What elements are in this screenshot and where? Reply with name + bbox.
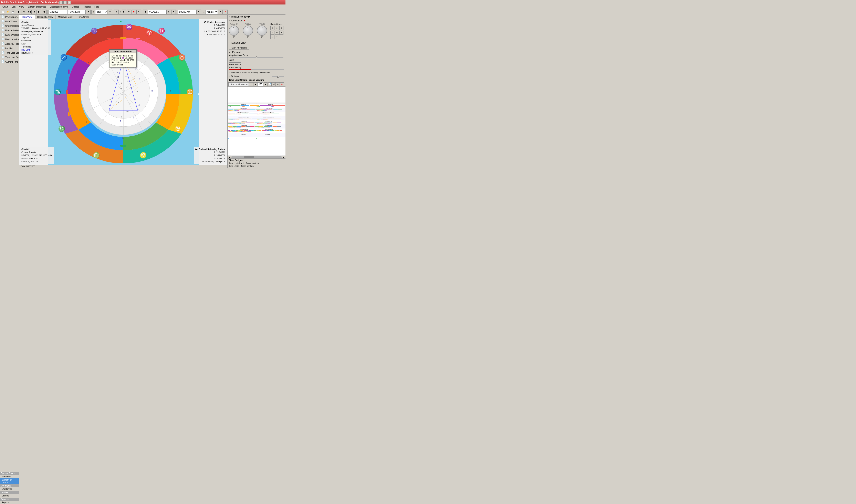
fastfwd-button[interactable]: ▶▶ [42,10,47,14]
nav-time-zone-btn[interactable]: ▾ [196,10,201,14]
options-header[interactable]: ▷ Options [228,74,285,78]
dynamic-view-button[interactable]: Dynamic View [229,41,248,45]
menu-system-of-hermes[interactable]: System of Hermes [26,5,48,8]
menu-reports[interactable]: Reports [82,5,93,8]
tilt-y-dial[interactable] [243,25,253,36]
scroll-track[interactable] [231,156,282,158]
titlebar: Delphic Oracle 9.0.0.5, registered to: C… [0,0,285,4]
tlg-btn3[interactable]: ⚙ [276,83,280,86]
tlg-dropdown-btn[interactable]: ▾ [249,83,253,86]
tlg-close-btn[interactable]: ✕ [280,83,284,86]
sidebar-item-label: Universal Hermetics... [5,25,19,27]
svg-text:♆: ♆ [132,116,135,119]
sv-btn-3[interactable]: ↺ [279,26,283,30]
sidebar-item-predomination[interactable]: 📄 Predomination Wiz... [0,28,19,33]
svg-text:Lunar Quarters: Lunar Quarters [266,108,273,109]
svg-rect-169 [236,130,238,131]
kurios-icon: 📄 [1,33,4,36]
hour-dropdown-btn[interactable]: ▾ [108,10,112,14]
tilt-z-dial[interactable] [257,25,267,36]
cd-item-tlg[interactable]: Time Lord Graph - Jesse Ventura [229,162,284,165]
new-chart-button[interactable]: 📄 [1,10,5,14]
sidebar-item-universal[interactable]: 📄 Universal Hermetics... [0,24,19,28]
time-lords-header[interactable]: ▷ Time Lords (temporal intensity modific… [228,71,285,74]
orientation-close[interactable]: ✕ [244,20,245,22]
maximize-button[interactable]: □ [64,1,67,4]
tab-medieval-view[interactable]: Medieval View [55,15,75,19]
tlg-chart[interactable]: ♈ ♈ Decennials Decennials ♀♂♃♄ ♈♉♊♋ [228,87,285,156]
sidebar-item-current-time-lords[interactable]: 📄 Current Time Lords... [0,59,19,64]
sv-btn-5[interactable]: ↻ [275,31,279,35]
forward-btn[interactable]: ▶ [37,10,41,14]
sidebar-item-nautical[interactable]: 📄 Nautical Wizard... [0,37,19,41]
forward-checkbox[interactable]: ✓ [229,51,231,53]
sidebar-item-time-lord-list[interactable]: 📄 Time Lord List... [0,51,19,55]
menu-utilities[interactable]: Utilities [70,5,81,8]
sv-btn-4[interactable]: ⊙ [270,31,274,35]
hour-unit-select[interactable]: hour minute day [95,10,107,14]
menu-view[interactable]: View [18,5,26,8]
svg-marker-191 [256,139,257,139]
minimize-button[interactable]: _ [59,1,63,4]
back-button[interactable]: ◀ [32,10,36,14]
clear-btn[interactable]: ✕ [223,10,228,14]
svg-text:♄: ♄ [108,104,110,107]
svg-rect-64 [174,70,176,74]
sv-btn-8[interactable]: ? [275,35,279,39]
orientation-label: Orientation [231,19,243,22]
tlg-btn1[interactable]: 📄 [268,83,272,86]
menu-chart[interactable]: Chart [1,5,10,8]
prev-chart-button[interactable]: ◀ [114,10,119,14]
cancel-btn[interactable]: ✕ [137,10,141,14]
menu-edit[interactable]: Edit [10,5,17,8]
menu-help[interactable]: Help [93,5,101,8]
sv-btn-7[interactable]: ↙ [270,35,274,39]
menu-classical-medieval[interactable]: Classical Medieval [48,5,70,8]
tab-hellenistic-view[interactable]: Hellenistic View [35,15,56,19]
rotate-x-dial[interactable] [229,25,239,36]
nav-prev-btn[interactable]: ◀ [143,10,147,14]
svg-rect-98 [264,109,269,110]
sidebar-item-pna-report[interactable]: 📄 PNA Report... [0,15,19,19]
sidebar-item-time-lord-graph[interactable]: 📄 Time Lord Graph... [0,55,19,59]
svg-rect-134 [237,122,241,123]
tlg-next-btn[interactable]: ▶ [264,83,268,86]
tlg-scrollbar[interactable]: ◀ ▶ [228,156,285,158]
sv-btn-1[interactable]: ⟲ [270,26,274,30]
tlg-prev-btn[interactable]: ◀ [253,83,257,86]
cd-item-tl[interactable]: Time Lords - Jesse Ventura [229,165,284,167]
tlg-person-select[interactable]: 10 Jesse Ventura [228,83,249,86]
tab-terra-chron[interactable]: Terra Chron [75,15,92,19]
open-chart-button[interactable]: 📂 [6,10,10,14]
stop-btn[interactable]: ⏹ [131,10,136,14]
scroll-thumb[interactable] [244,156,254,158]
next-chart-button[interactable]: ▶ [122,10,126,14]
window-controls[interactable]: _ □ × [59,1,71,4]
save-button[interactable]: 💾 [11,10,15,14]
sidebar-item-pna-wizard[interactable]: 📄 PNA Wizard... [0,19,19,24]
sidebar-item-kurios[interactable]: 📄 Kurios Wizard... [0,33,19,37]
chart-area: ♈ ♉ ♊ ♋ ♌ ♍ ♎ ♏ ♐ ♑ ♒ ♓ 1 2 3 4 [19,19,227,165]
animate-button[interactable]: ▶ [17,10,21,14]
nav-time-btn[interactable]: ▾ [171,10,176,14]
options-label: Options [231,75,239,77]
step-count: 5 [119,11,122,13]
tlg-number-input[interactable] [257,83,264,86]
start-animation-button[interactable]: Start Animation [229,46,249,50]
options-slider-handle[interactable] [277,76,279,78]
time-zone-button[interactable]: ▾ [86,10,91,14]
prev-button[interactable]: ◀◀ [27,10,32,14]
down-btn[interactable]: ▼ [127,10,131,14]
sv-btn-6[interactable]: 3 [279,31,283,35]
tlg-btn2[interactable]: 🖨 [272,83,276,86]
minute-unit-select[interactable]: minute hour day [206,10,218,14]
minute-dropdown-btn[interactable]: ▾ [218,10,223,14]
nav-next-btn[interactable]: ▶ [166,10,171,14]
close-button[interactable]: × [68,1,71,4]
sv-btn-2[interactable]: 2 [275,26,279,30]
magnification-handle[interactable] [256,56,257,59]
tab-main-view[interactable]: Main View [19,15,35,19]
settings-button[interactable]: ⚙ [22,10,26,14]
sidebar-item-aspects[interactable]: 📄 Aspects, Testimony... [0,41,19,46]
sidebar-item-lot-list[interactable]: 📄 Lot List... [0,46,19,51]
